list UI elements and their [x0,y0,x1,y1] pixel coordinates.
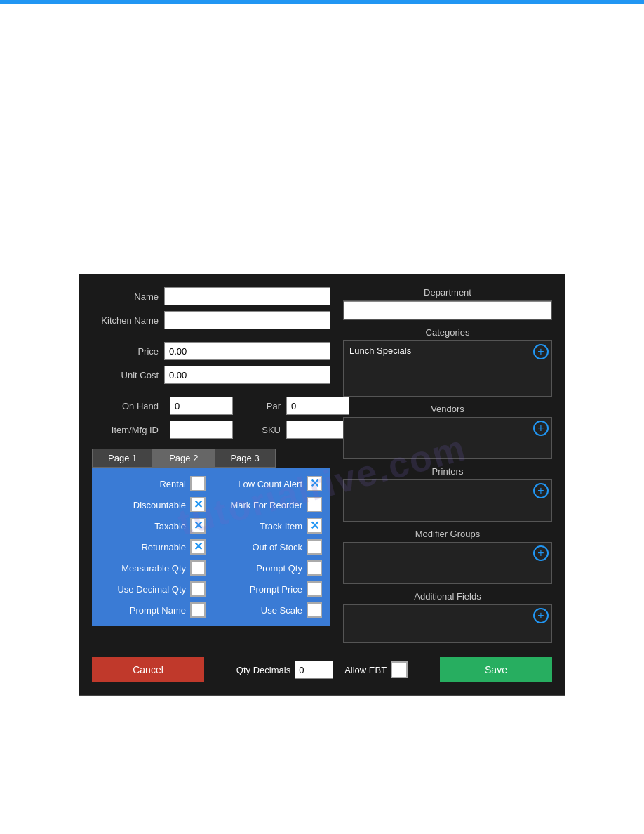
kitchen-name-row: Kitchen Name [92,311,330,329]
use-scale-checkbox[interactable] [307,602,322,618]
name-row: Name [92,287,330,305]
taxable-checkbox[interactable]: ✕ [190,518,206,534]
prompt-price-checkbox[interactable] [307,581,322,597]
prompt-qty-row: Prompt Qty [214,559,325,577]
printers-title: Printers [343,466,552,477]
department-input[interactable] [344,301,551,319]
measurable-qty-label: Measurable Qty [100,563,186,574]
qty-decimals-input[interactable] [295,661,333,679]
right-col: Department Categories Lunch Specials + V… [343,287,552,650]
price-input[interactable] [164,342,330,360]
categories-content: Lunch Specials [344,341,551,372]
department-title: Department [343,287,552,298]
use-decimal-qty-checkbox[interactable] [190,581,206,597]
rental-checkbox[interactable] [190,476,206,491]
use-decimal-qty-label: Use Decimal Qty [100,584,186,595]
low-count-label: Low Count Alert [217,479,302,489]
sku-label: SKU [239,425,281,435]
tab-page2[interactable]: Page 2 [153,449,214,468]
par-input[interactable] [286,397,349,415]
discountable-label: Discountable [100,500,186,510]
vendors-add-button[interactable]: + [533,421,549,436]
mark-reorder-label: Mark For Reorder [217,500,302,510]
track-item-checkbox[interactable]: ✕ [307,518,322,534]
mark-reorder-checkbox[interactable] [307,497,322,512]
vendors-box: + [343,417,552,459]
modifier-groups-content [344,543,551,574]
price-row: Price [92,342,330,360]
printers-box: + [343,479,552,522]
price-label: Price [92,346,159,357]
par-label: Par [239,401,281,411]
track-item-label: Track Item [217,521,302,531]
low-count-row: Low Count Alert ✕ [214,475,325,493]
prompt-name-label: Prompt Name [100,605,186,616]
prompt-name-row: Prompt Name [98,601,208,619]
mark-reorder-row: Mark For Reorder [214,496,325,514]
sku-input[interactable] [286,421,349,439]
out-of-stock-checkbox[interactable] [307,539,322,555]
tab-page3[interactable]: Page 3 [214,449,275,468]
discountable-checkbox[interactable]: ✕ [190,497,206,512]
mfg-sku-row: Item/Mfg ID SKU [92,421,330,439]
use-scale-row: Use Scale [214,601,325,619]
modifier-groups-title: Modifier Groups [343,529,552,539]
taxable-label: Taxable [100,521,186,531]
additional-fields-title: Additional Fields [343,591,552,602]
measurable-qty-row: Measurable Qty [98,559,208,577]
returnable-checkbox[interactable]: ✕ [190,539,206,555]
tab-page1[interactable]: Page 1 [92,449,153,468]
discountable-check-icon: ✕ [194,499,203,510]
unit-cost-label: Unit Cost [92,370,159,380]
onhand-par-row: On Hand Par [92,397,330,415]
allow-ebt-group: Allow EBT [344,661,408,678]
additional-fields-add-button[interactable]: + [533,608,549,623]
categories-box: Lunch Specials + [343,340,552,397]
checkbox-grid: Rental Low Count Alert ✕ Discountable ✕ … [92,468,330,626]
name-input[interactable] [164,287,330,305]
use-scale-label: Use Scale [217,605,302,616]
tabs-bar: Page 1 Page 2 Page 3 [92,449,330,468]
returnable-check-icon: ✕ [194,541,203,552]
categories-add-button[interactable]: + [533,344,549,359]
out-of-stock-label: Out of Stock [217,542,302,552]
low-count-checkbox[interactable]: ✕ [307,476,322,491]
name-label: Name [92,291,159,302]
left-col: Name Kitchen Name Price Unit Cost On Han… [92,287,330,650]
mfg-input[interactable] [170,421,233,439]
vendors-content [344,418,551,449]
cancel-button[interactable]: Cancel [92,657,204,682]
returnable-label: Returnable [100,542,186,552]
mfg-label: Item/Mfg ID [92,425,159,435]
allow-ebt-checkbox[interactable] [391,661,408,678]
prompt-qty-checkbox[interactable] [307,560,322,576]
save-button[interactable]: Save [440,657,552,682]
track-item-row: Track Item ✕ [214,517,325,535]
printers-content [344,480,551,511]
unit-cost-row: Unit Cost [92,366,330,384]
low-count-check-icon: ✕ [310,478,319,489]
track-item-check-icon: ✕ [310,520,319,531]
modifier-groups-add-button[interactable]: + [533,545,549,561]
prompt-qty-label: Prompt Qty [217,563,302,574]
top-bar [0,0,644,4]
form-grid: Name Kitchen Name Price Unit Cost On Han… [92,287,552,650]
discountable-row: Discountable ✕ [98,496,208,514]
modifier-groups-box: + [343,542,552,584]
kitchen-name-input[interactable] [164,311,330,329]
kitchen-name-label: Kitchen Name [92,315,159,326]
department-box [343,300,552,320]
unit-cost-input[interactable] [164,366,330,384]
rental-row: Rental [98,475,208,493]
bottom-bar: Cancel Qty Decimals Allow EBT Save [92,657,552,682]
categories-title: Categories [343,327,552,338]
measurable-qty-checkbox[interactable] [190,560,206,576]
prompt-price-row: Prompt Price [214,580,325,598]
prompt-name-checkbox[interactable] [190,602,206,618]
bottom-center: Qty Decimals Allow EBT [236,661,408,679]
dialog: tutorialrive.com Name Kitchen Name Price… [79,274,565,696]
printers-add-button[interactable]: + [533,483,549,498]
onhand-input[interactable] [170,397,233,415]
qty-decimals-label: Qty Decimals [236,665,290,675]
taxable-row: Taxable ✕ [98,517,208,535]
